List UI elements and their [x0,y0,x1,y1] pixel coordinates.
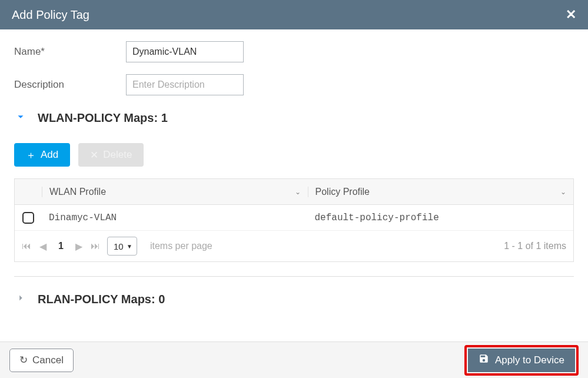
row-checkbox[interactable] [22,212,34,224]
apply-highlight: Apply to Device [464,345,579,376]
add-label: Add [41,149,58,161]
cell-policy-profile: default-policy-profile [308,213,574,223]
name-label: Name* [14,46,126,58]
action-bar: ＋ Add ✕ Delete [14,143,574,167]
description-label: Description [14,79,126,91]
page-size-select[interactable]: 10 [107,237,137,256]
pager-nav: ⏮ ◀ 1 ▶ ⏭ [22,241,100,252]
add-button[interactable]: ＋ Add [14,143,70,167]
pager-next-icon[interactable]: ▶ [75,241,82,252]
modal-title: Add Policy Tag [12,8,89,22]
table-header: WLAN Profile ⌄ Policy Profile ⌄ [15,179,573,205]
divider [14,276,574,277]
cancel-label: Cancel [32,354,64,366]
pager-range: 1 - 1 of 1 items [504,241,566,251]
header-wlan-profile[interactable]: WLAN Profile ⌄ [42,187,308,197]
description-row: Description [14,74,574,95]
name-input[interactable] [126,41,244,62]
pager-last-icon[interactable]: ⏭ [91,241,100,251]
row-checkbox-cell [15,212,42,224]
x-icon: ✕ [90,149,98,161]
pager-prev-icon[interactable]: ◀ [39,241,46,252]
undo-icon: ↻ [19,354,28,366]
chevron-down-icon [14,110,27,125]
cancel-button[interactable]: ↻ Cancel [9,349,74,372]
apply-label: Apply to Device [495,354,564,366]
page-size-select-wrap: 10 [107,237,137,256]
wlan-section-header[interactable]: WLAN-POLICY Maps: 1 [14,110,574,125]
rlan-section-header[interactable]: RLAN-POLICY Maps: 0 [14,291,574,307]
delete-label: Delete [103,149,132,161]
pager: ⏮ ◀ 1 ▶ ⏭ 10 items per page 1 - 1 of 1 i… [15,231,573,261]
pager-first-icon[interactable]: ⏮ [22,241,31,251]
header-policy-profile[interactable]: Policy Profile ⌄ [308,187,574,197]
chevron-right-icon [14,291,27,307]
table-row[interactable]: Dinamyc-VLAN default-policy-profile [15,205,573,231]
pager-left: ⏮ ◀ 1 ▶ ⏭ 10 items per page [22,237,212,256]
description-input[interactable] [126,74,244,95]
wlan-section-title: WLAN-POLICY Maps: 1 [38,111,168,125]
save-icon [479,353,489,367]
name-row: Name* [14,41,574,62]
header-policy-profile-label: Policy Profile [315,187,370,197]
header-wlan-profile-label: WLAN Profile [49,187,106,197]
sort-icon[interactable]: ⌄ [295,188,301,196]
modal-header: Add Policy Tag ✕ [0,0,588,29]
pager-current: 1 [55,241,67,251]
apply-button[interactable]: Apply to Device [468,349,575,372]
delete-button: ✕ Delete [78,143,144,167]
plus-icon: ＋ [26,148,36,162]
rlan-section-title: RLAN-POLICY Maps: 0 [38,293,165,306]
modal-footer: ↻ Cancel Apply to Device [0,341,588,378]
cell-wlan-profile: Dinamyc-VLAN [42,213,308,223]
items-per-page-label: items per page [150,241,212,251]
wlan-table: WLAN Profile ⌄ Policy Profile ⌄ Dinamyc-… [14,178,574,262]
sort-icon[interactable]: ⌄ [560,188,566,196]
modal-body: Name* Description WLAN-POLICY Maps: 1 ＋ … [0,29,588,307]
close-icon[interactable]: ✕ [566,7,576,22]
